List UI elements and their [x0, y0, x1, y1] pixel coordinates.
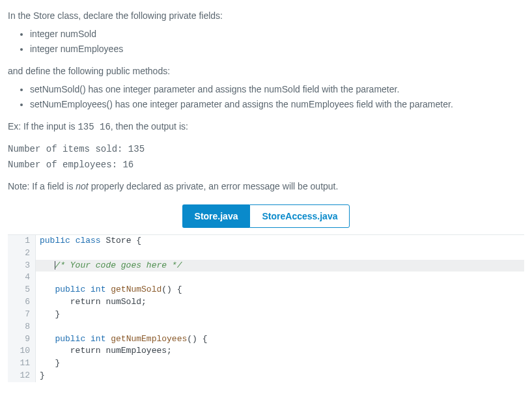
line-number: 1: [8, 235, 36, 247]
line-number: 2: [8, 247, 36, 260]
code-text: Store {: [101, 236, 141, 245]
note-line: Note: If a field is not properly declare…: [8, 180, 524, 194]
code-line[interactable]: 8: [8, 321, 524, 333]
file-tabs: Store.java StoreAccess.java: [8, 204, 524, 228]
code-text: return numSold;: [36, 296, 524, 309]
intro-text: In the Store class, declare the followin…: [8, 9, 524, 23]
keyword: class: [76, 236, 101, 245]
method-name: getNumSold: [111, 285, 161, 294]
keyword: public: [55, 334, 85, 344]
code-line[interactable]: 12 }: [8, 370, 524, 382]
code-line[interactable]: 4: [8, 272, 524, 284]
code-line[interactable]: 2: [8, 247, 524, 260]
method-item: setNumEmployees() has one integer parame…: [30, 98, 524, 112]
code-line[interactable]: 11 }: [8, 357, 524, 370]
code-line[interactable]: 6 return numSold;: [8, 296, 524, 309]
code-editor[interactable]: 1 public class Store { 2 3 /* Your code …: [8, 234, 524, 382]
example-input: 135 16: [77, 122, 110, 132]
tab-storeaccess-java[interactable]: StoreAccess.java: [249, 204, 350, 228]
code-line[interactable]: 5 public int getNumSold() {: [8, 284, 524, 296]
method-name: getNumEmployees: [111, 334, 187, 344]
methods-list: setNumSold() has one integer parameter a…: [8, 83, 524, 112]
field-item: integer numSold: [30, 27, 524, 42]
fields-list: integer numSold integer numEmployees: [8, 27, 524, 57]
code-line[interactable]: 7 }: [8, 309, 524, 321]
code-text: () {: [161, 285, 182, 294]
note-suffix: properly declared as private, an error m…: [89, 181, 339, 191]
code-text: }: [36, 370, 524, 382]
line-number: 12: [8, 370, 36, 382]
example-output-1: Number of items sold: 135: [8, 143, 524, 157]
code-text: () {: [187, 334, 207, 344]
keyword: int: [91, 285, 105, 294]
code-line-active[interactable]: 3 /* Your code goes here */: [8, 260, 524, 272]
example-prefix: Ex: If the input is: [8, 121, 77, 132]
line-number: 6: [8, 296, 36, 309]
keyword: public: [40, 236, 70, 245]
line-number: 8: [8, 321, 36, 333]
note-prefix: Note: If a field is: [8, 181, 76, 191]
code-text: return numEmployees;: [36, 345, 524, 357]
keyword: int: [91, 334, 105, 344]
field-item: integer numEmployees: [30, 42, 524, 57]
methods-intro: and define the following public methods:: [8, 64, 524, 79]
example-suffix: , then the output is:: [111, 121, 188, 132]
code-line[interactable]: 9 public int getNumEmployees() {: [8, 333, 524, 346]
code-line[interactable]: 10 return numEmployees;: [8, 345, 524, 357]
example-line: Ex: If the input is 135 16, then the out…: [8, 120, 524, 135]
problem-statement: In the Store class, declare the followin…: [8, 9, 524, 194]
example-output-2: Number of employees: 16: [8, 158, 524, 173]
code-text: [40, 285, 55, 294]
code-text: }: [36, 357, 524, 370]
code-text: [40, 334, 55, 344]
line-number: 4: [8, 272, 36, 284]
code-text: }: [36, 309, 524, 321]
note-em: not: [76, 181, 88, 191]
comment: /* Your code goes here */: [55, 260, 182, 270]
line-number: 11: [8, 357, 36, 370]
code-line[interactable]: 1 public class Store {: [8, 235, 524, 247]
line-number: 5: [8, 284, 36, 296]
method-item: setNumSold() has one integer parameter a…: [30, 83, 524, 97]
line-number: 3: [8, 260, 36, 272]
line-number: 7: [8, 309, 36, 321]
keyword: public: [55, 285, 85, 294]
line-number: 9: [8, 333, 36, 346]
line-number: 10: [8, 345, 36, 357]
tab-store-java[interactable]: Store.java: [182, 204, 250, 228]
